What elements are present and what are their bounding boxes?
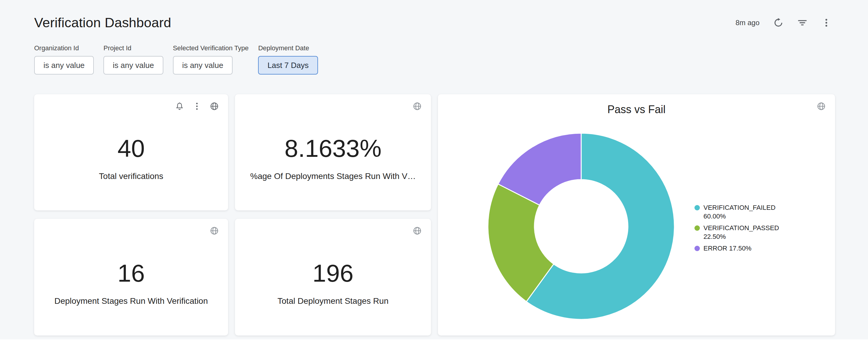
legend-label: ERROR 17.50% bbox=[704, 244, 751, 252]
legend-label: VERIFICATION_PASSED 22.50% bbox=[704, 224, 790, 241]
filter-deployment-date: Deployment Date Last 7 Days bbox=[258, 44, 318, 74]
tile-pass-vs-fail: Pass vs Fail VERIFICATION_FAILED 60.00%V… bbox=[438, 94, 835, 336]
filter-verification-type: Selected Verification Type is any value bbox=[173, 44, 249, 74]
globe-icon[interactable] bbox=[412, 226, 422, 236]
kebab-menu-icon[interactable] bbox=[192, 101, 202, 111]
filter-value-button-active[interactable]: Last 7 Days bbox=[258, 56, 318, 74]
dashboard-header: Verification Dashboard 8m ago bbox=[0, 0, 868, 31]
legend-dot bbox=[694, 226, 700, 231]
tile-value: 16 bbox=[118, 259, 145, 287]
legend-item[interactable]: VERIFICATION_FAILED 60.00% bbox=[694, 203, 790, 220]
tile-percentage-stages: 8.1633% %age Of Deployments Stages Run W… bbox=[235, 94, 431, 210]
legend-dot bbox=[694, 246, 700, 251]
pass-fail-donut-chart[interactable] bbox=[487, 132, 675, 320]
tile-total-stages-run: 196 Total Deployment Stages Run bbox=[235, 219, 431, 336]
dashboard-page: Verification Dashboard 8m ago bbox=[0, 0, 868, 339]
globe-icon[interactable] bbox=[816, 101, 826, 111]
refresh-icon[interactable] bbox=[773, 18, 783, 28]
last-refresh-text: 8m ago bbox=[736, 19, 760, 27]
tile-total-verifications: 40 Total verifications bbox=[34, 94, 228, 210]
globe-icon[interactable] bbox=[412, 101, 422, 111]
legend-item[interactable]: VERIFICATION_PASSED 22.50% bbox=[694, 224, 790, 241]
legend-dot bbox=[694, 205, 700, 210]
filter-label: Organization Id bbox=[34, 44, 79, 52]
tile-label: Total Deployment Stages Run bbox=[278, 296, 389, 306]
chart-title: Pass vs Fail bbox=[438, 103, 835, 116]
legend-label: VERIFICATION_FAILED 60.00% bbox=[704, 203, 790, 220]
filter-value-button[interactable]: is any value bbox=[173, 56, 232, 74]
filter-label: Project Id bbox=[103, 44, 131, 52]
bell-icon[interactable] bbox=[175, 101, 184, 111]
header-actions: 8m ago bbox=[736, 18, 831, 28]
globe-icon[interactable] bbox=[210, 101, 219, 111]
filter-icon[interactable] bbox=[797, 18, 807, 28]
legend-item[interactable]: ERROR 17.50% bbox=[694, 244, 790, 252]
tile-label: Deployment Stages Run With Verification bbox=[54, 296, 208, 306]
kebab-menu-icon[interactable] bbox=[821, 18, 831, 28]
globe-icon[interactable] bbox=[210, 226, 219, 236]
filter-value-button[interactable]: is any value bbox=[34, 56, 94, 74]
filter-label: Selected Verification Type bbox=[173, 44, 249, 52]
page-bottom-strip bbox=[0, 339, 868, 343]
filter-organization-id: Organization Id is any value bbox=[34, 44, 94, 74]
filter-project-id: Project Id is any value bbox=[103, 44, 163, 74]
tile-icon-group bbox=[816, 101, 826, 111]
tile-icon-group bbox=[210, 226, 219, 236]
tile-value: 40 bbox=[118, 134, 145, 163]
donut-legend: VERIFICATION_FAILED 60.00%VERIFICATION_P… bbox=[694, 203, 790, 252]
tile-stages-with-verification: 16 Deployment Stages Run With Verificati… bbox=[34, 219, 228, 336]
tile-value: 8.1633% bbox=[284, 134, 381, 163]
tile-icon-group bbox=[412, 101, 422, 111]
tile-icon-group bbox=[412, 226, 422, 236]
tile-icon-group bbox=[175, 101, 219, 111]
tile-label: %age Of Deployments Stages Run With V… bbox=[250, 171, 416, 181]
filter-bar: Organization Id is any value Project Id … bbox=[0, 31, 868, 74]
tile-grid: 40 Total verifications 8.1633% %age Of D… bbox=[34, 94, 835, 336]
tile-label: Total verifications bbox=[99, 171, 163, 181]
page-title: Verification Dashboard bbox=[34, 15, 171, 31]
filter-value-button[interactable]: is any value bbox=[103, 56, 163, 74]
tile-value: 196 bbox=[313, 259, 354, 287]
filter-label: Deployment Date bbox=[258, 44, 309, 52]
